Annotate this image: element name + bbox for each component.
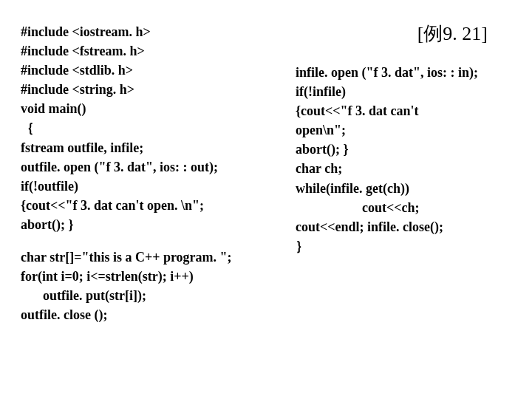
- example-title: [例9. 21]: [417, 21, 488, 47]
- code-line: infile. open ("f 3. dat", ios: : in);: [296, 63, 517, 82]
- code-line: {cout<<"f 3. dat can't: [296, 101, 517, 120]
- code-line: #include <string. h>: [21, 80, 279, 99]
- code-line: abort(); }: [296, 140, 517, 159]
- code-line: while(infile. get(ch)): [296, 179, 517, 198]
- code-line: cout<<ch;: [296, 198, 517, 217]
- code-line: void main(): [21, 99, 279, 118]
- code-line: open\n";: [296, 120, 517, 140]
- code-line: ｝: [296, 236, 517, 256]
- code-column-left: #include <iostream. h> #include <fstream…: [21, 22, 279, 324]
- code-line: abort(); }: [21, 215, 279, 234]
- code-line: outfile. put(str[i]);: [21, 286, 279, 305]
- code-line: #include <iostream. h>: [21, 22, 279, 41]
- code-line: ｛: [21, 118, 279, 137]
- code-line: #include <stdlib. h>: [21, 61, 279, 80]
- code-line: char str[]="this is a C++ program. ";: [21, 248, 279, 267]
- code-line: outfile. close ();: [21, 305, 279, 324]
- code-column-right: infile. open ("f 3. dat", ios: : in); if…: [296, 63, 517, 256]
- code-line: #include <fstream. h>: [21, 41, 279, 61]
- code-line: outfile. open ("f 3. dat", ios: : out);: [21, 157, 279, 177]
- code-line: char ch;: [296, 159, 517, 178]
- code-line: if(!outfile): [21, 177, 279, 196]
- code-line: if(!infile): [296, 82, 517, 101]
- code-line: fstream outfile, infile;: [21, 138, 279, 157]
- code-line: cout<<endl; infile. close();: [296, 217, 517, 236]
- code-line: for(int i=0; i<=strlen(str); i++): [21, 267, 279, 286]
- code-line: {cout<<"f 3. dat can't open. \n";: [21, 196, 279, 215]
